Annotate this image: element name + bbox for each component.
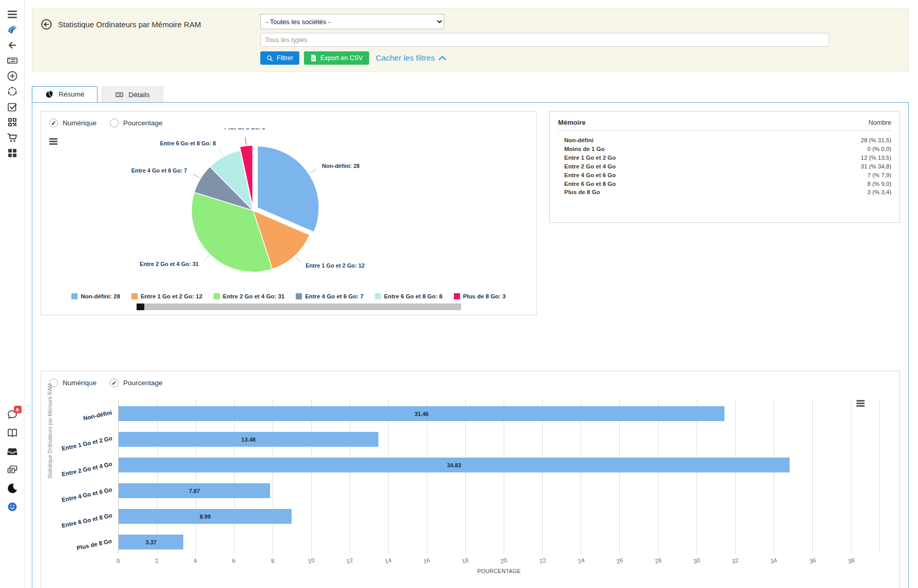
- filter-button-label: Filtrer: [277, 54, 293, 62]
- memory-row-label: Plus de 8 Go: [564, 188, 600, 196]
- legend-swatch: [375, 293, 381, 299]
- legend-item-2[interactable]: Entre 1 Go et 2 Go: 12: [131, 293, 202, 299]
- legend-label: Entre 1 Go et 2 Go: 12: [141, 293, 202, 299]
- search-icon: [266, 55, 273, 62]
- x-tick-label: 36: [809, 557, 816, 565]
- type-filter-input[interactable]: [260, 33, 829, 47]
- x-tick-label: 38: [847, 557, 855, 565]
- menu-icon[interactable]: [6, 8, 18, 21]
- gridline: [465, 400, 466, 554]
- gridline: [812, 400, 813, 554]
- x-tick-label: 14: [384, 557, 392, 565]
- pie-numeric-radio[interactable]: Numérique: [49, 119, 97, 127]
- ticket-icon[interactable]: [6, 54, 18, 67]
- tab-details[interactable]: Détails: [102, 86, 163, 102]
- x-tick-label: 12: [346, 557, 353, 565]
- legend-label: Entre 4 Go et 6 Go: 7: [305, 293, 364, 299]
- x-tick-label: 34: [770, 557, 778, 565]
- tab-resume[interactable]: Résumé: [32, 86, 98, 102]
- x-tick-label: 32: [731, 557, 739, 565]
- memory-row-value: 8 (% 9,0): [867, 180, 891, 188]
- gridline: [234, 400, 235, 554]
- legend-item-5[interactable]: Entre 6 Go et 8 Go: 8: [375, 293, 443, 299]
- legend-item-1[interactable]: Non-défini: 28: [71, 293, 120, 299]
- hide-filters-link[interactable]: Cacher les filtres: [376, 53, 446, 63]
- pie-numeric-label: Numérique: [63, 119, 97, 127]
- bar-percent-radio-circle[interactable]: [110, 378, 119, 387]
- legend-swatch: [131, 293, 138, 299]
- filters-title-group: Statistique Ordinateurs par Mémoire RAM: [41, 14, 260, 30]
- bar-chart: Non-définiEntre 1 Go et 2 GoEntre 2 Go e…: [41, 400, 880, 554]
- sidebar-bottom-icons: 8: [6, 405, 18, 516]
- legend-label: Entre 2 Go et 4 Go: 31: [223, 293, 284, 299]
- pie-percent-radio-circle[interactable]: [110, 119, 119, 127]
- pie-chart-menu-icon[interactable]: [49, 138, 58, 145]
- pie-label-connector: [204, 255, 209, 261]
- memory-row-value: 0 (% 0,0): [867, 145, 891, 153]
- gridline: [504, 400, 504, 554]
- tab-resume-label: Résumé: [59, 90, 84, 98]
- memory-row-value: 3 (% 3,4): [867, 188, 891, 196]
- page: { "sidebar": { "top_icons": ["menu-icon"…: [0, 0, 918, 588]
- x-tick-label: 0: [116, 557, 120, 564]
- back-arrow-circle-icon[interactable]: [41, 18, 52, 30]
- bar-category-label: Entre 2 Go et 4 Go: [41, 451, 118, 477]
- main-area: Statistique Ordinateurs par Mémoire RAM …: [25, 8, 918, 588]
- page-title: Statistique Ordinateurs par Mémoire RAM: [58, 20, 201, 29]
- pie-chart-panel: Numérique Pourcentage Non-défini: 28Entr…: [41, 111, 537, 315]
- top-row: Numérique Pourcentage Non-défini: 28Entr…: [41, 111, 900, 315]
- gridline: [273, 400, 273, 554]
- bar-y-axis-title: Statistique Ordinateurs par Mémoire RAM: [47, 377, 53, 485]
- bar-numeric-radio[interactable]: Numérique: [49, 378, 97, 387]
- filter-button[interactable]: Filtrer: [260, 51, 299, 65]
- pie-scrollbar-track[interactable]: [137, 304, 461, 310]
- bar-category-label: Non-défini: [41, 400, 118, 425]
- tab-details-label: Détails: [128, 91, 149, 99]
- x-tick-label: 28: [654, 557, 662, 565]
- legend-label: Plus de 8 Go: 3: [463, 293, 506, 299]
- sync-icon[interactable]: [6, 85, 18, 98]
- memory-row-label: Entre 6 Go et 8 Go: [564, 180, 616, 188]
- memory-table-row: Moins de 1 Go0 (% 0,0): [558, 145, 891, 154]
- gridline: [388, 400, 389, 554]
- export-csv-button[interactable]: Export en CSV: [304, 51, 369, 65]
- pie-label-connector: [295, 257, 300, 262]
- x-tick-label: 26: [616, 557, 623, 565]
- footer-logo-icon[interactable]: [6, 501, 18, 513]
- pie-percent-radio[interactable]: Pourcentage: [110, 119, 163, 127]
- bar-percent-radio[interactable]: Pourcentage: [110, 378, 163, 387]
- memory-row-value: 28 (% 31,5): [861, 137, 891, 144]
- cart-icon[interactable]: [6, 131, 18, 144]
- gridline: [581, 400, 581, 554]
- legend-swatch: [71, 293, 78, 299]
- company-select[interactable]: - Toutes les sociétés -: [260, 14, 444, 29]
- bar-value-label: 3.37: [146, 539, 157, 545]
- gridline: [658, 400, 659, 554]
- checkbox-icon[interactable]: [6, 101, 18, 113]
- apps-grid-icon[interactable]: [6, 147, 18, 159]
- x-tick-label: 18: [462, 557, 469, 565]
- chat-notification-icon[interactable]: 8: [6, 408, 18, 421]
- qr-code-icon[interactable]: [6, 116, 18, 128]
- back-arrow-icon[interactable]: [6, 39, 18, 51]
- pie-scrollbar-handle[interactable]: [137, 304, 144, 310]
- memory-table-row: Entre 4 Go et 6 Go7 (% 7,9): [558, 171, 891, 180]
- gridline: [851, 400, 851, 554]
- pie-chart-icon: [45, 90, 54, 99]
- bar-numeric-label: Numérique: [63, 379, 97, 387]
- pie-numeric-radio-circle[interactable]: [49, 119, 58, 127]
- x-tick-label: 4: [193, 557, 198, 564]
- legend-item-4[interactable]: Entre 4 Go et 6 Go: 7: [296, 293, 364, 299]
- legend-item-3[interactable]: Entre 2 Go et 4 Go: 31: [214, 293, 284, 299]
- app-logo-icon[interactable]: [6, 24, 18, 36]
- hide-filters-label: Cacher les filtres: [376, 53, 435, 63]
- inbox-icon[interactable]: [6, 445, 18, 458]
- book-icon[interactable]: [6, 427, 18, 439]
- memory-table-panel: Mémoire Nombre Non-défini28 (% 31,5)Moin…: [549, 111, 900, 223]
- plus-circle-icon[interactable]: [6, 70, 18, 82]
- legend-item-6[interactable]: Plus de 8 Go: 3: [454, 293, 506, 299]
- comments-icon[interactable]: [6, 464, 18, 476]
- memory-row-label: Entre 4 Go et 6 Go: [564, 172, 616, 179]
- pie-data-label: Entre 1 Go et 2 Go: 12: [305, 262, 365, 269]
- dark-mode-moon-icon[interactable]: [6, 482, 18, 495]
